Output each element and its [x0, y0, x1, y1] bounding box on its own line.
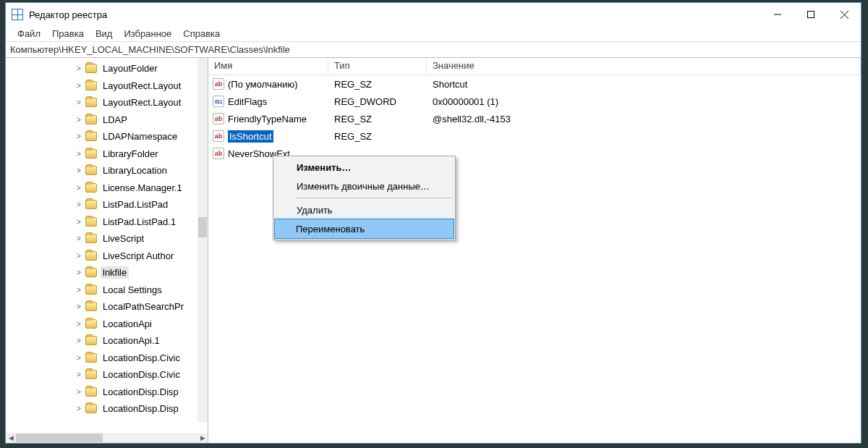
expand-chevron-icon[interactable]: >	[75, 286, 82, 294]
expand-chevron-icon[interactable]: >	[75, 388, 82, 396]
context-menu: Изменить… Изменить двоичные данные… Удал…	[273, 156, 456, 240]
expand-chevron-icon[interactable]: >	[75, 405, 82, 413]
value-row[interactable]: abFriendlyTypeNameREG_SZ@shell32.dll,-41…	[208, 110, 861, 127]
scroll-right-arrow[interactable]: ▶	[197, 434, 208, 441]
tree-item-label: LocationDisp.Civic	[101, 352, 182, 364]
value-data: 0x00000001 (1)	[427, 96, 861, 107]
folder-icon	[85, 234, 97, 243]
tree-item[interactable]: >LocationDisp.Disp	[6, 400, 197, 418]
column-name[interactable]: Имя	[208, 58, 328, 75]
tree-item[interactable]: >Local Settings	[6, 282, 197, 299]
tree-item[interactable]: >lnkfile	[6, 264, 197, 282]
expand-chevron-icon[interactable]: >	[75, 218, 82, 226]
maximize-button[interactable]	[794, 3, 827, 26]
value-row[interactable]: abIsShortcutREG_SZ	[208, 127, 861, 145]
values-header[interactable]: Имя Тип Значение	[208, 58, 861, 75]
expand-chevron-icon[interactable]: >	[75, 116, 82, 124]
tree-item-label: License.Manager.1	[101, 182, 184, 194]
scroll-left-arrow[interactable]: ◀	[6, 434, 16, 441]
folder-icon	[85, 166, 97, 175]
menu-delete[interactable]: Удалить	[275, 200, 454, 219]
minimize-icon	[774, 11, 781, 18]
menu-separator	[295, 198, 453, 198]
expand-chevron-icon[interactable]: >	[75, 320, 82, 328]
tree-item[interactable]: >LibraryLocation	[6, 162, 197, 179]
expand-chevron-icon[interactable]: >	[75, 64, 82, 72]
expand-chevron-icon[interactable]: >	[75, 150, 82, 158]
tree-horizontal-scrollbar[interactable]: ◀ ▶	[6, 433, 208, 443]
tree-vertical-scrollbar[interactable]	[197, 58, 208, 423]
close-icon	[841, 11, 848, 19]
tree-item[interactable]: >LiveScript Author	[6, 248, 197, 265]
expand-chevron-icon[interactable]: >	[75, 184, 82, 192]
column-value[interactable]: Значение	[427, 58, 861, 75]
folder-icon	[85, 217, 97, 227]
tree-item[interactable]: >LocationApi.1	[6, 332, 197, 350]
expand-chevron-icon[interactable]: >	[75, 269, 82, 276]
menu-modify-binary[interactable]: Изменить двоичные данные…	[275, 177, 454, 195]
expand-chevron-icon[interactable]: >	[75, 354, 82, 362]
value-row[interactable]: 011EditFlagsREG_DWORD0x00000001 (1)	[208, 93, 861, 110]
tree-item-label: LibraryFolder	[101, 148, 161, 160]
string-value-icon: ab	[213, 113, 224, 124]
tree-item-label: ListPad.ListPad	[101, 198, 170, 211]
menu-modify[interactable]: Изменить…	[275, 158, 454, 177]
tree-item[interactable]: >LDAPNamespace	[6, 128, 197, 145]
expand-chevron-icon[interactable]: >	[75, 337, 82, 345]
tree-item[interactable]: >LocationDisp.Disp	[6, 384, 197, 401]
expand-chevron-icon[interactable]: >	[75, 132, 82, 140]
expand-chevron-icon[interactable]: >	[75, 98, 82, 106]
menu-view[interactable]: Вид	[90, 27, 119, 41]
folder-icon	[85, 370, 97, 379]
tree-item[interactable]: >LayoutFolder	[6, 60, 197, 77]
value-row[interactable]: ab(По умолчанию)REG_SZShortcut	[208, 75, 861, 93]
value-name: IsShortcut	[228, 130, 273, 143]
expand-chevron-icon[interactable]: >	[75, 303, 82, 310]
folder-icon	[85, 149, 97, 159]
tree-item[interactable]: >LayoutRect.Layout	[6, 77, 197, 95]
tree-item[interactable]: >LocationDisp.Civic	[6, 350, 197, 367]
scrollbar-thumb[interactable]	[198, 217, 207, 237]
tree-item[interactable]: >LocationDisp.Civic	[6, 366, 197, 384]
titlebar[interactable]: Редактор реестра	[6, 3, 861, 26]
menu-rename[interactable]: Переименовать	[274, 219, 454, 239]
folder-icon	[85, 302, 97, 311]
tree-item-label: LayoutRect.Layout	[101, 96, 183, 109]
expand-chevron-icon[interactable]: >	[75, 371, 82, 379]
tree-item-label: LDAP	[101, 114, 129, 126]
tree-item[interactable]: >LocationApi	[6, 316, 197, 333]
folder-icon	[85, 404, 97, 413]
minimize-button[interactable]	[761, 3, 794, 26]
tree-item[interactable]: >ListPad.ListPad	[6, 196, 197, 214]
window-controls	[761, 3, 861, 26]
expand-chevron-icon[interactable]: >	[75, 82, 82, 90]
menu-help[interactable]: Справка	[177, 27, 226, 41]
tree-item[interactable]: >ListPad.ListPad.1	[6, 214, 197, 231]
tree-list[interactable]: >LayoutFolder>LayoutRect.Layout>LayoutRe…	[6, 58, 197, 418]
tree-item[interactable]: >License.Manager.1	[6, 179, 197, 197]
tree-item[interactable]: >LDAP	[6, 111, 197, 129]
expand-chevron-icon[interactable]: >	[75, 252, 82, 260]
menu-file[interactable]: Файл	[12, 27, 46, 41]
tree-item-label: Local Settings	[101, 284, 164, 296]
column-type[interactable]: Тип	[328, 58, 427, 75]
app-icon	[12, 9, 23, 20]
window-title: Редактор реестра	[29, 9, 107, 20]
expand-chevron-icon[interactable]: >	[75, 234, 82, 242]
tree-item-label: LocalPathSearchPr	[101, 300, 186, 313]
scrollbar-thumb[interactable]	[16, 434, 103, 442]
binary-value-icon: 011	[213, 96, 224, 107]
menu-edit[interactable]: Правка	[46, 27, 90, 41]
tree-item[interactable]: >LayoutRect.Layout	[6, 94, 197, 111]
values-list[interactable]: ab(По умолчанию)REG_SZShortcut011EditFla…	[208, 75, 861, 162]
address-bar[interactable]: Компьютер\HKEY_LOCAL_MACHINE\SOFTWARE\Cl…	[6, 42, 861, 58]
expand-chevron-icon[interactable]: >	[75, 200, 82, 208]
expand-chevron-icon[interactable]: >	[75, 166, 82, 174]
tree-item-label: ListPad.ListPad.1	[101, 216, 178, 228]
tree-item[interactable]: >LiveScript	[6, 230, 197, 248]
tree-item[interactable]: >LibraryFolder	[6, 145, 197, 163]
close-button[interactable]	[827, 3, 861, 26]
value-name: EditFlags	[228, 96, 267, 107]
menu-favorites[interactable]: Избранное	[118, 27, 177, 41]
tree-item[interactable]: >LocalPathSearchPr	[6, 298, 197, 316]
